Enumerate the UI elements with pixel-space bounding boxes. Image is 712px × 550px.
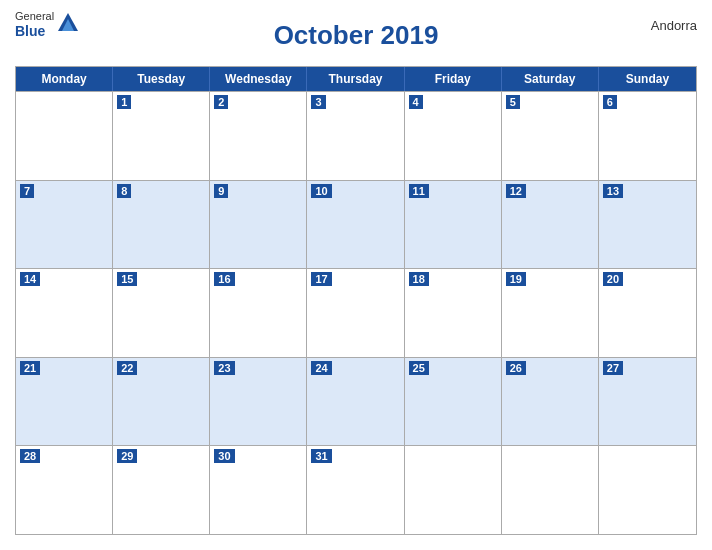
day-headers-row: MondayTuesdayWednesdayThursdayFridaySatu… (16, 67, 696, 91)
day-cell: 2 (210, 92, 307, 180)
day-number: 28 (20, 449, 40, 463)
day-cell: 1 (113, 92, 210, 180)
day-cell: 8 (113, 181, 210, 269)
day-cell: 18 (405, 269, 502, 357)
week-row: 28293031 (16, 445, 696, 534)
day-number: 9 (214, 184, 228, 198)
week-row: 78910111213 (16, 180, 696, 269)
day-cell: 26 (502, 358, 599, 446)
day-cell: 19 (502, 269, 599, 357)
day-number: 14 (20, 272, 40, 286)
day-number: 13 (603, 184, 623, 198)
day-cell: 14 (16, 269, 113, 357)
week-row: 21222324252627 (16, 357, 696, 446)
calendar-weeks: 1234567891011121314151617181920212223242… (16, 91, 696, 534)
day-number: 7 (20, 184, 34, 198)
day-number: 15 (117, 272, 137, 286)
day-number: 22 (117, 361, 137, 375)
day-cell (599, 446, 696, 534)
day-cell: 23 (210, 358, 307, 446)
day-number: 24 (311, 361, 331, 375)
day-number: 17 (311, 272, 331, 286)
logo-icon (58, 11, 78, 35)
day-cell: 6 (599, 92, 696, 180)
day-cell: 5 (502, 92, 599, 180)
day-cell (502, 446, 599, 534)
day-header-thursday: Thursday (307, 67, 404, 91)
day-number: 8 (117, 184, 131, 198)
day-cell: 30 (210, 446, 307, 534)
day-cell: 7 (16, 181, 113, 269)
day-header-sunday: Sunday (599, 67, 696, 91)
day-number: 20 (603, 272, 623, 286)
day-cell: 3 (307, 92, 404, 180)
day-header-wednesday: Wednesday (210, 67, 307, 91)
day-cell: 31 (307, 446, 404, 534)
day-cell: 12 (502, 181, 599, 269)
day-cell: 27 (599, 358, 696, 446)
day-cell: 24 (307, 358, 404, 446)
day-cell: 4 (405, 92, 502, 180)
day-cell: 21 (16, 358, 113, 446)
day-cell (405, 446, 502, 534)
week-row: 123456 (16, 91, 696, 180)
day-number: 2 (214, 95, 228, 109)
day-number: 21 (20, 361, 40, 375)
day-number: 27 (603, 361, 623, 375)
day-number: 11 (409, 184, 429, 198)
day-header-tuesday: Tuesday (113, 67, 210, 91)
day-number: 3 (311, 95, 325, 109)
day-cell: 20 (599, 269, 696, 357)
day-number: 16 (214, 272, 234, 286)
day-number: 19 (506, 272, 526, 286)
day-number: 4 (409, 95, 423, 109)
calendar-title: October 2019 (274, 20, 439, 51)
calendar-grid: MondayTuesdayWednesdayThursdayFridaySatu… (15, 66, 697, 535)
week-row: 14151617181920 (16, 268, 696, 357)
day-cell (16, 92, 113, 180)
day-cell: 11 (405, 181, 502, 269)
day-number: 12 (506, 184, 526, 198)
day-cell: 9 (210, 181, 307, 269)
country-label: Andorra (651, 18, 697, 33)
day-cell: 28 (16, 446, 113, 534)
day-number: 30 (214, 449, 234, 463)
day-header-saturday: Saturday (502, 67, 599, 91)
calendar-header: General Blue October 2019 Andorra (15, 10, 697, 60)
day-cell: 10 (307, 181, 404, 269)
day-number: 5 (506, 95, 520, 109)
logo-general-text: General (15, 10, 54, 23)
day-number: 10 (311, 184, 331, 198)
day-number: 6 (603, 95, 617, 109)
day-header-friday: Friday (405, 67, 502, 91)
logo: General Blue (15, 10, 78, 40)
day-number: 1 (117, 95, 131, 109)
day-cell: 13 (599, 181, 696, 269)
day-cell: 29 (113, 446, 210, 534)
logo-blue-text: Blue (15, 23, 54, 40)
day-number: 25 (409, 361, 429, 375)
day-number: 31 (311, 449, 331, 463)
day-cell: 22 (113, 358, 210, 446)
day-number: 26 (506, 361, 526, 375)
day-header-monday: Monday (16, 67, 113, 91)
day-cell: 17 (307, 269, 404, 357)
day-number: 29 (117, 449, 137, 463)
day-number: 23 (214, 361, 234, 375)
day-cell: 16 (210, 269, 307, 357)
day-number: 18 (409, 272, 429, 286)
day-cell: 25 (405, 358, 502, 446)
day-cell: 15 (113, 269, 210, 357)
